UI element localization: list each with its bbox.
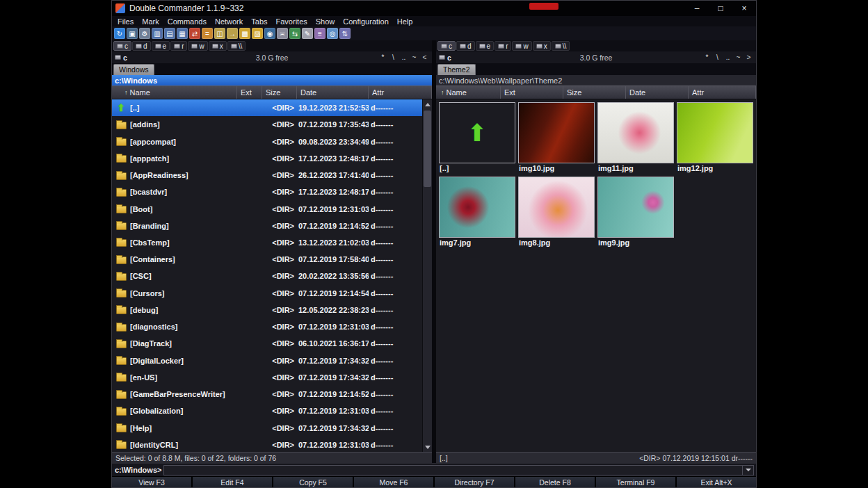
minimize-button[interactable]: –	[685, 1, 709, 16]
left-drive-select[interactable]: c	[115, 54, 127, 62]
swap-panels-icon[interactable]: ⇄	[189, 28, 200, 39]
file-row[interactable]: [Globalization]<DIR>07.12.2019 12:31:03d…	[112, 402, 422, 419]
menu-item-show[interactable]: Show	[312, 17, 339, 26]
drive-button-x[interactable]: x	[533, 41, 551, 51]
maximize-button[interactable]: □	[709, 1, 732, 16]
column-header-date[interactable]: Date	[626, 86, 689, 99]
nav-button-mask[interactable]: *	[702, 54, 712, 61]
column-header-ext[interactable]: Ext	[237, 86, 262, 99]
drive-button-c[interactable]: c	[437, 41, 456, 51]
brief-view-icon[interactable]: ▥	[152, 28, 163, 39]
fkey-f7[interactable]: Directory F7	[435, 477, 514, 487]
fkey-f3[interactable]: View F3	[112, 477, 191, 487]
drive-button-d[interactable]: d	[132, 41, 151, 51]
column-header-name[interactable]: ↑Name	[112, 86, 237, 99]
column-header-ext[interactable]: Ext	[501, 86, 563, 99]
command-history-dropdown[interactable]	[742, 466, 753, 475]
file-row[interactable]: [DiagTrack]<DIR>06.10.2021 16:36:17d----…	[112, 335, 422, 352]
scrollbar-track[interactable]	[423, 109, 432, 442]
thumb-item[interactable]: img11.jpg	[597, 102, 674, 173]
nav-button-up[interactable]: ..	[399, 54, 408, 61]
drive-button-x[interactable]: x	[209, 41, 227, 51]
file-row[interactable]: [Help]<DIR>07.12.2019 17:34:32d-------	[112, 419, 422, 436]
file-row[interactable]: [appcompat]<DIR>09.08.2023 23:34:49d----…	[112, 133, 422, 149]
nav-button-up[interactable]: ..	[723, 54, 732, 61]
column-header-name[interactable]: ↑Name	[436, 86, 501, 99]
nav-button-root[interactable]: \	[389, 54, 398, 61]
scroll-down-button[interactable]	[423, 442, 432, 452]
move-icon[interactable]: →	[227, 28, 238, 39]
file-row[interactable]: [AppReadiness]<DIR>26.12.2023 17:41:40d-…	[112, 167, 422, 184]
drive-button-w[interactable]: w	[188, 41, 207, 51]
fkey-f8[interactable]: Delete F8	[515, 477, 595, 487]
right-drive-select[interactable]: c	[439, 54, 451, 62]
file-row[interactable]: ⬆[..]<DIR>19.12.2023 21:52:53d-------	[112, 99, 422, 116]
search-icon[interactable]: ◉	[264, 28, 275, 39]
file-row[interactable]: [Cursors]<DIR>07.12.2019 12:14:54d------…	[112, 285, 422, 302]
column-header-attr[interactable]: Attr	[369, 86, 432, 99]
scrollbar-thumb[interactable]	[424, 111, 431, 187]
menu-item-help[interactable]: Help	[393, 17, 417, 26]
file-row[interactable]: [apppatch]<DIR>17.12.2023 12:48:17d-----…	[112, 150, 422, 167]
thumb-item[interactable]: ⬆[..]	[439, 102, 515, 173]
menu-item-mark[interactable]: Mark	[138, 17, 163, 26]
sync-dirs-icon[interactable]: ⇆	[289, 28, 300, 39]
file-row[interactable]: [Branding]<DIR>07.12.2019 12:14:52d-----…	[112, 218, 422, 234]
fkey-f4[interactable]: Edit F4	[193, 477, 272, 487]
nav-button-home[interactable]: ~	[734, 54, 743, 61]
file-row[interactable]: [debug]<DIR>12.05.2022 22:38:23d-------	[112, 302, 422, 318]
target-source-icon[interactable]: =	[202, 28, 213, 39]
column-header-size[interactable]: Size	[262, 86, 297, 99]
nav-button-root[interactable]: \	[713, 54, 722, 61]
compare-icon[interactable]: ≍	[277, 28, 288, 39]
thumb-item[interactable]: img7.jpg	[439, 177, 515, 247]
full-view-icon[interactable]: ▤	[164, 28, 175, 39]
file-row[interactable]: [bcastdvr]<DIR>17.12.2023 12:48:17d-----…	[112, 184, 422, 200]
file-row[interactable]: [addins]<DIR>07.12.2019 17:35:43d-------	[112, 116, 422, 133]
drive-button-r[interactable]: r	[495, 41, 511, 51]
left-path-bar[interactable]: c:\Windows	[112, 75, 432, 86]
thumb-item[interactable]: img8.jpg	[518, 177, 595, 247]
file-row[interactable]: [diagnostics]<DIR>07.12.2019 12:31:03d--…	[112, 318, 422, 335]
menu-item-favorites[interactable]: Favorites	[272, 17, 312, 26]
multi-rename-icon[interactable]: ≡	[314, 28, 326, 39]
drive-button-e[interactable]: e	[152, 41, 170, 51]
copy-icon[interactable]: ◫	[214, 28, 225, 39]
refresh-icon[interactable]: ↻	[114, 28, 125, 39]
menu-item-tabs[interactable]: Tabs	[247, 17, 271, 26]
drive-button-network[interactable]: \\	[227, 41, 246, 51]
pack-icon[interactable]: ▩	[239, 28, 250, 39]
nav-button-history-back[interactable]: <	[420, 54, 429, 61]
column-header-attr[interactable]: Attr	[689, 86, 756, 99]
drive-button-e[interactable]: e	[476, 41, 495, 51]
file-row[interactable]: [en-US]<DIR>07.12.2019 17:34:32d-------	[112, 369, 422, 386]
drive-button-w[interactable]: w	[512, 41, 531, 51]
fkey-f9[interactable]: Terminal F9	[596, 477, 675, 487]
file-row[interactable]: [IdentityCRL]<DIR>07.12.2019 12:31:03d--…	[112, 437, 422, 452]
network-icon[interactable]: ⇅	[339, 28, 351, 39]
drive-button-r[interactable]: r	[170, 41, 187, 51]
menu-item-files[interactable]: Files	[113, 17, 138, 26]
tab-windows[interactable]: Windows	[113, 64, 154, 75]
scroll-up-button[interactable]	[423, 99, 432, 109]
drive-button-network[interactable]: \\	[552, 41, 570, 51]
nav-button-home[interactable]: ~	[410, 54, 419, 61]
fkey-alt-x[interactable]: Exit Alt+X	[677, 477, 756, 487]
command-input[interactable]	[164, 466, 742, 474]
scrollbar[interactable]	[422, 99, 432, 452]
menu-item-network[interactable]: Network	[211, 17, 247, 26]
file-row[interactable]: [Containers]<DIR>07.12.2019 17:58:40d---…	[112, 251, 422, 268]
column-header-date[interactable]: Date	[297, 86, 369, 99]
tab-theme2[interactable]: Theme2	[437, 64, 476, 75]
file-row[interactable]: [CSC]<DIR>20.02.2022 13:35:56d-------	[112, 268, 422, 284]
options-icon[interactable]: ⚙	[139, 28, 150, 39]
fkey-f5[interactable]: Copy F5	[273, 477, 353, 487]
file-row[interactable]: [DigitalLocker]<DIR>07.12.2019 17:34:32d…	[112, 352, 422, 369]
drive-button-c[interactable]: c	[113, 41, 131, 51]
drive-button-d[interactable]: d	[456, 41, 475, 51]
nav-button-history-forward[interactable]: >	[744, 54, 753, 61]
thumb-item[interactable]: img9.jpg	[597, 177, 674, 247]
fkey-f6[interactable]: Move F6	[354, 477, 433, 487]
file-row[interactable]: [Boot]<DIR>07.12.2019 12:31:03d-------	[112, 200, 422, 217]
thumb-item[interactable]: img12.jpg	[677, 102, 753, 173]
